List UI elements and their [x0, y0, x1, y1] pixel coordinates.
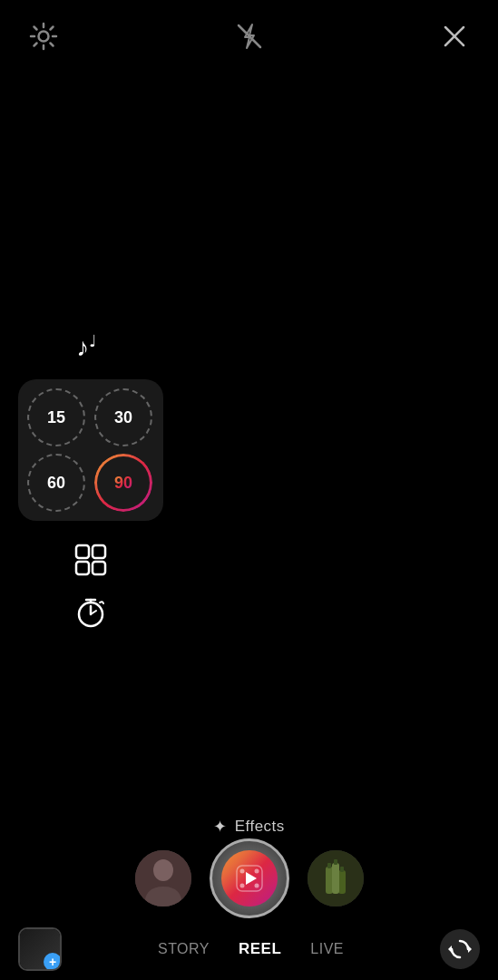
- svg-rect-25: [338, 870, 346, 894]
- flash-toggle-button[interactable]: [231, 18, 268, 54]
- svg-point-0: [39, 32, 49, 42]
- svg-rect-29: [340, 867, 344, 872]
- svg-point-19: [239, 869, 244, 874]
- svg-rect-6: [76, 545, 89, 558]
- svg-rect-8: [76, 562, 89, 574]
- effects-text: Effects: [235, 818, 285, 836]
- timer-90-button[interactable]: 90: [94, 454, 152, 512]
- svg-text:♩: ♩: [89, 332, 96, 350]
- camera-row: [135, 838, 364, 918]
- svg-rect-28: [334, 859, 337, 865]
- timer-panel: 15 30 60 90: [18, 379, 163, 521]
- recent-clip-2[interactable]: [308, 850, 364, 906]
- svg-rect-26: [332, 863, 339, 894]
- svg-rect-27: [327, 863, 331, 868]
- svg-point-20: [254, 869, 259, 874]
- recent-clip-1[interactable]: [135, 850, 191, 906]
- svg-rect-9: [93, 562, 105, 574]
- effects-label[interactable]: ✦ Effects: [213, 817, 285, 837]
- timer-15-button[interactable]: 15: [27, 388, 85, 446]
- tab-live[interactable]: LIVE: [310, 941, 344, 957]
- svg-point-22: [254, 884, 259, 888]
- flip-camera-button[interactable]: [440, 929, 480, 969]
- sparkle-icon: ✦: [213, 817, 228, 837]
- gallery-button[interactable]: +: [18, 927, 62, 971]
- svg-marker-30: [468, 946, 472, 953]
- close-button[interactable]: [436, 18, 473, 54]
- svg-marker-31: [448, 946, 452, 953]
- top-bar: [0, 0, 498, 73]
- record-button[interactable]: [210, 838, 289, 918]
- timer-30-button[interactable]: 30: [94, 388, 152, 446]
- gallery-plus-icon: +: [44, 953, 62, 971]
- svg-marker-18: [246, 872, 257, 885]
- music-button[interactable]: ♪ ♩: [73, 327, 109, 363]
- svg-text:♪: ♪: [76, 333, 89, 361]
- svg-rect-7: [93, 545, 105, 558]
- svg-point-21: [239, 884, 244, 888]
- nav-tabs: STORY REEL LIVE: [158, 940, 344, 958]
- bottom-nav: + STORY REEL LIVE: [0, 918, 498, 980]
- timer-60-button[interactable]: 60: [27, 454, 85, 512]
- tab-reel[interactable]: REEL: [239, 940, 281, 958]
- left-sidebar: ♪ ♩ 15 30 60 90: [18, 327, 163, 632]
- svg-point-16: [153, 859, 173, 881]
- layout-button[interactable]: [72, 541, 110, 579]
- tab-story[interactable]: STORY: [158, 941, 210, 957]
- svg-rect-24: [326, 867, 333, 894]
- settings-button[interactable]: [25, 18, 62, 54]
- countdown-button[interactable]: [72, 593, 110, 632]
